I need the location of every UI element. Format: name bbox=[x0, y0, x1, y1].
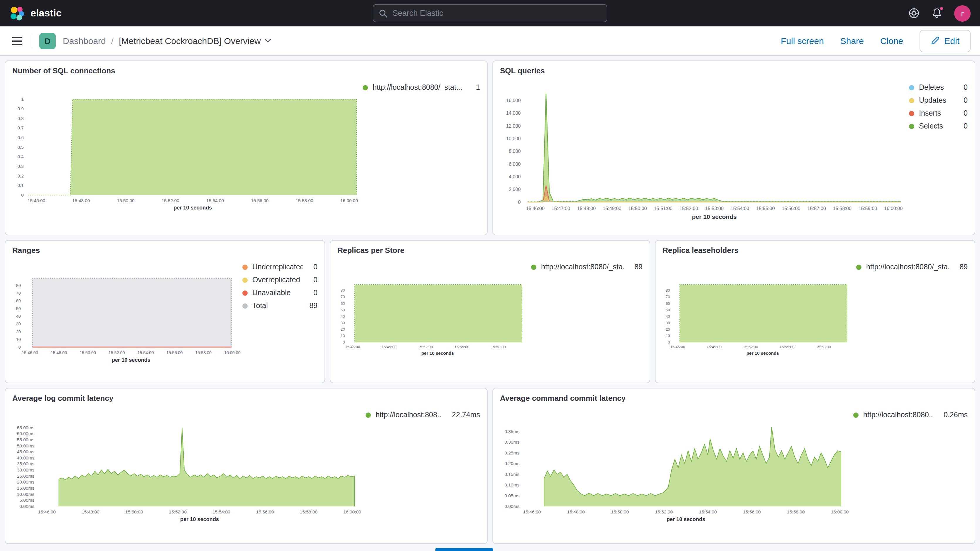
svg-text:15:58:00: 15:58:00 bbox=[296, 198, 313, 203]
edit-button[interactable]: Edit bbox=[920, 30, 970, 52]
breadcrumb-dashboard[interactable]: Dashboard bbox=[63, 36, 106, 46]
area-chart-sql-queries[interactable]: 02,0004,0006,0008,00010,00012,00014,0001… bbox=[500, 75, 909, 233]
dashboard-grid: Number of SQL connections 00.10.20.30.40… bbox=[0, 56, 980, 549]
legend-item[interactable]: Underreplicated0 bbox=[242, 263, 318, 271]
svg-text:12,000: 12,000 bbox=[506, 123, 521, 129]
svg-text:15:55:00: 15:55:00 bbox=[455, 345, 469, 349]
toolbar-divider bbox=[32, 34, 32, 47]
user-avatar[interactable]: r bbox=[954, 5, 970, 21]
svg-text:10.00ms: 10.00ms bbox=[17, 492, 35, 497]
svg-text:0.3: 0.3 bbox=[18, 164, 24, 169]
series-label: Unavailable bbox=[252, 289, 291, 297]
legend-item[interactable]: http://localhost:8080...0.26ms bbox=[853, 411, 968, 419]
legend-item[interactable]: Deletes0 bbox=[909, 83, 968, 92]
svg-text:per 10 seconds: per 10 seconds bbox=[180, 516, 219, 522]
svg-text:per 10 seconds: per 10 seconds bbox=[173, 205, 212, 211]
series-color-dot bbox=[363, 85, 368, 90]
search-input[interactable] bbox=[393, 9, 601, 18]
svg-text:15:48:00: 15:48:00 bbox=[81, 510, 99, 514]
legend-item[interactable]: Overreplicated0 bbox=[242, 276, 318, 284]
legend-item[interactable]: http://localhost:8080/_sta...89 bbox=[531, 263, 643, 271]
breadcrumb-separator: / bbox=[111, 36, 113, 46]
area-chart-replicas[interactable]: 0102030405060708015:46:0015:49:0015:52:0… bbox=[337, 255, 531, 380]
series-label: http://localhost:8080/_sta... bbox=[541, 263, 624, 271]
svg-text:6,000: 6,000 bbox=[509, 161, 521, 167]
svg-text:15:49:00: 15:49:00 bbox=[382, 345, 396, 349]
svg-text:15:47:00: 15:47:00 bbox=[552, 205, 570, 211]
share-button[interactable]: Share bbox=[840, 36, 864, 46]
svg-text:50: 50 bbox=[16, 306, 21, 311]
help-button[interactable] bbox=[908, 8, 920, 19]
global-search[interactable] bbox=[372, 4, 608, 22]
svg-text:16:00:00: 16:00:00 bbox=[831, 510, 849, 514]
svg-text:15:50:00: 15:50:00 bbox=[628, 205, 647, 211]
panel-title[interactable]: Number of SQL connections bbox=[12, 66, 480, 75]
svg-text:15:59:00: 15:59:00 bbox=[859, 205, 877, 211]
full-screen-button[interactable]: Full screen bbox=[781, 36, 824, 46]
svg-text:15:56:00: 15:56:00 bbox=[251, 198, 269, 203]
svg-text:15:58:00: 15:58:00 bbox=[195, 350, 212, 355]
series-value: 0.26ms bbox=[938, 411, 968, 419]
svg-text:15:57:00: 15:57:00 bbox=[808, 205, 826, 211]
svg-text:15:50:00: 15:50:00 bbox=[80, 350, 96, 355]
area-chart-sql-connections[interactable]: 00.10.20.30.40.50.60.70.80.9115:46:0015:… bbox=[12, 75, 363, 233]
legend-item[interactable]: Unavailable0 bbox=[242, 289, 318, 297]
panel-title[interactable]: Ranges bbox=[12, 246, 318, 255]
space-switcher[interactable]: D bbox=[39, 33, 56, 49]
svg-text:80: 80 bbox=[666, 288, 670, 293]
panel-title[interactable]: SQL queries bbox=[500, 66, 968, 75]
brand-text: elastic bbox=[30, 7, 62, 19]
legend-item[interactable]: http://localhost:8080/_stat...1 bbox=[363, 83, 480, 92]
area-chart-log-latency[interactable]: 0.00ms5.00ms10.00ms15.00ms20.00ms25.00ms… bbox=[12, 403, 366, 541]
chart-legend: Underreplicated0Overreplicated0Unavailab… bbox=[242, 255, 318, 380]
panel-log-commit-latency: Average log commit latency 0.00ms5.00ms1… bbox=[5, 388, 488, 544]
svg-text:2,000: 2,000 bbox=[509, 186, 521, 192]
svg-text:per 10 seconds: per 10 seconds bbox=[422, 350, 454, 355]
svg-text:0: 0 bbox=[518, 199, 521, 205]
svg-text:15:56:00: 15:56:00 bbox=[743, 510, 761, 514]
elastic-home-link[interactable]: elastic bbox=[10, 6, 62, 21]
legend-item[interactable]: Total89 bbox=[242, 302, 318, 310]
svg-text:15:55:00: 15:55:00 bbox=[756, 205, 775, 211]
legend-item[interactable]: http://localhost:8080/_sta...89 bbox=[856, 263, 968, 271]
panel-sql-connections: Number of SQL connections 00.10.20.30.40… bbox=[5, 61, 488, 235]
svg-text:30: 30 bbox=[340, 321, 345, 325]
area-chart-command-latency[interactable]: 0.00ms0.05ms0.10ms0.15ms0.20ms0.25ms0.30… bbox=[500, 403, 853, 541]
legend-item[interactable]: Updates0 bbox=[909, 96, 968, 104]
space-badge-letter: D bbox=[45, 36, 51, 46]
breadcrumb-current[interactable]: [Metricbeat CockroachDB] Overview bbox=[119, 36, 271, 46]
alerts-button[interactable] bbox=[931, 8, 942, 19]
clone-button[interactable]: Clone bbox=[880, 36, 903, 46]
panel-title[interactable]: Replicas per Store bbox=[337, 246, 643, 255]
svg-text:15:46:00: 15:46:00 bbox=[523, 510, 541, 514]
series-value: 22.74ms bbox=[446, 411, 480, 419]
edit-button-label: Edit bbox=[944, 36, 959, 46]
svg-text:per 10 seconds: per 10 seconds bbox=[692, 213, 737, 220]
series-value: 0 bbox=[307, 263, 318, 271]
svg-text:15:56:00: 15:56:00 bbox=[782, 205, 800, 211]
legend-item[interactable]: Inserts0 bbox=[909, 109, 968, 117]
svg-text:45.00ms: 45.00ms bbox=[17, 449, 35, 454]
svg-text:15:52:00: 15:52:00 bbox=[169, 510, 187, 514]
svg-text:15:52:00: 15:52:00 bbox=[679, 205, 698, 211]
svg-text:0.4: 0.4 bbox=[18, 154, 24, 159]
legend-item[interactable]: Selects0 bbox=[909, 122, 968, 130]
panel-title[interactable]: Average log commit latency bbox=[12, 394, 480, 403]
area-chart-leaseholders[interactable]: 0102030405060708015:46:0015:49:0015:52:0… bbox=[662, 255, 856, 380]
svg-text:16:00:00: 16:00:00 bbox=[884, 205, 902, 211]
legend-item[interactable]: http://localhost:808...22.74ms bbox=[366, 411, 480, 419]
area-chart-ranges[interactable]: 0102030405060708015:46:0015:48:0015:50:0… bbox=[12, 255, 242, 380]
nav-menu-button[interactable] bbox=[10, 34, 25, 47]
svg-text:16:00:00: 16:00:00 bbox=[343, 510, 361, 514]
svg-text:15:50:00: 15:50:00 bbox=[611, 510, 629, 514]
svg-text:15:58:00: 15:58:00 bbox=[787, 510, 805, 514]
panel-title[interactable]: Average command commit latency bbox=[500, 394, 968, 403]
svg-text:50.00ms: 50.00ms bbox=[17, 443, 35, 448]
svg-text:0: 0 bbox=[19, 345, 21, 349]
svg-text:20: 20 bbox=[16, 330, 21, 334]
help-icon bbox=[908, 8, 920, 19]
svg-text:15:52:00: 15:52:00 bbox=[418, 345, 433, 349]
svg-text:per 10 seconds: per 10 seconds bbox=[112, 357, 151, 363]
svg-text:40.00ms: 40.00ms bbox=[17, 455, 35, 460]
panel-title[interactable]: Replica leaseholders bbox=[662, 246, 968, 255]
